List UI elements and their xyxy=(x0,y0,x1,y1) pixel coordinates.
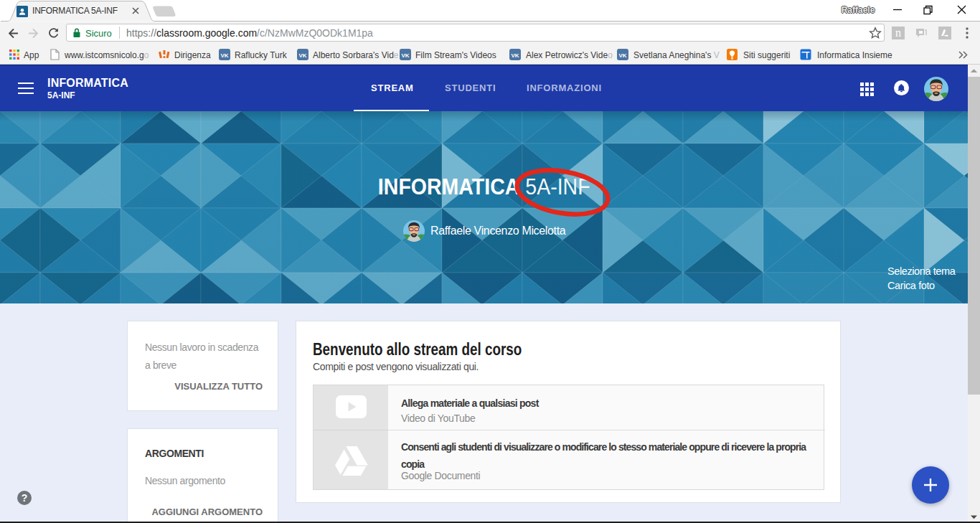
svg-text:VK: VK xyxy=(511,52,519,59)
svg-text:VK: VK xyxy=(618,52,626,59)
svg-text:VK: VK xyxy=(220,52,228,59)
svg-text:VK: VK xyxy=(298,52,306,59)
svg-text:VK: VK xyxy=(401,52,409,59)
